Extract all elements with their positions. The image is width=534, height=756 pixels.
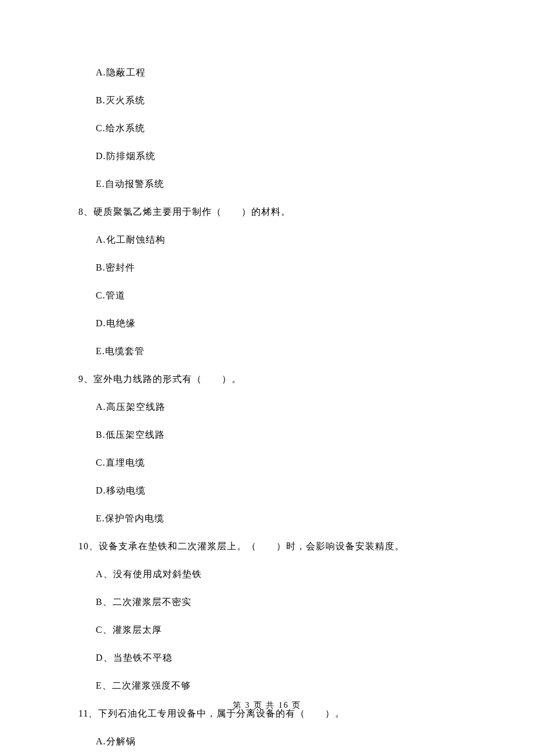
question-9: 9、室外电力线路的形式有（ ）。 <box>78 373 464 386</box>
question-10: 10、设备支承在垫铁和二次灌浆层上。（ ）时，会影响设备安装精度。 <box>78 541 464 553</box>
question-8: 8、硬质聚氯乙烯主要用于制作（ ）的材料。 <box>78 206 464 218</box>
q10-options: A、没有使用成对斜垫铁 B、二次灌浆层不密实 C、灌浆层太厚 D、当垫铁不平稳 … <box>78 568 464 692</box>
page-footer: 第 3 页 共 16 页 <box>0 700 534 711</box>
option-11a: A.分解锅 <box>96 736 464 748</box>
q11-options: A.分解锅 <box>78 736 464 748</box>
option-8c: C.管道 <box>96 290 464 302</box>
option-8b: B.密封件 <box>96 262 464 274</box>
option-10d: D、当垫铁不平稳 <box>96 652 464 664</box>
option-8d: D.电绝缘 <box>96 318 464 330</box>
option-9e: E.保护管内电缆 <box>96 513 464 525</box>
option-10c: C、灌浆层太厚 <box>96 624 464 636</box>
option-10b: B、二次灌浆层不密实 <box>96 596 464 609</box>
option-9d: D.移动电缆 <box>96 485 464 497</box>
option-10e: E、二次灌浆强度不够 <box>96 680 464 692</box>
option-8e: E.电缆套管 <box>96 345 464 358</box>
option-9a: A.高压架空线路 <box>96 401 464 413</box>
option-8a: A.化工耐蚀结构 <box>96 234 464 246</box>
option-7e: E.自动报警系统 <box>96 178 464 190</box>
q8-options: A.化工耐蚀结构 B.密封件 C.管道 D.电绝缘 E.电缆套管 <box>78 234 464 358</box>
option-9b: B.低压架空线路 <box>96 429 464 441</box>
q9-options: A.高压架空线路 B.低压架空线路 C.直埋电缆 D.移动电缆 E.保护管内电缆 <box>78 401 464 525</box>
option-7a: A.隐蔽工程 <box>96 67 464 79</box>
option-9c: C.直埋电缆 <box>96 457 464 469</box>
option-7c: C.给水系统 <box>96 123 464 135</box>
option-7b: B.灭火系统 <box>96 95 464 107</box>
option-10a: A、没有使用成对斜垫铁 <box>96 568 464 581</box>
option-7d: D.防排烟系统 <box>96 150 464 163</box>
q7-options: A.隐蔽工程 B.灭火系统 C.给水系统 D.防排烟系统 E.自动报警系统 <box>78 67 464 190</box>
